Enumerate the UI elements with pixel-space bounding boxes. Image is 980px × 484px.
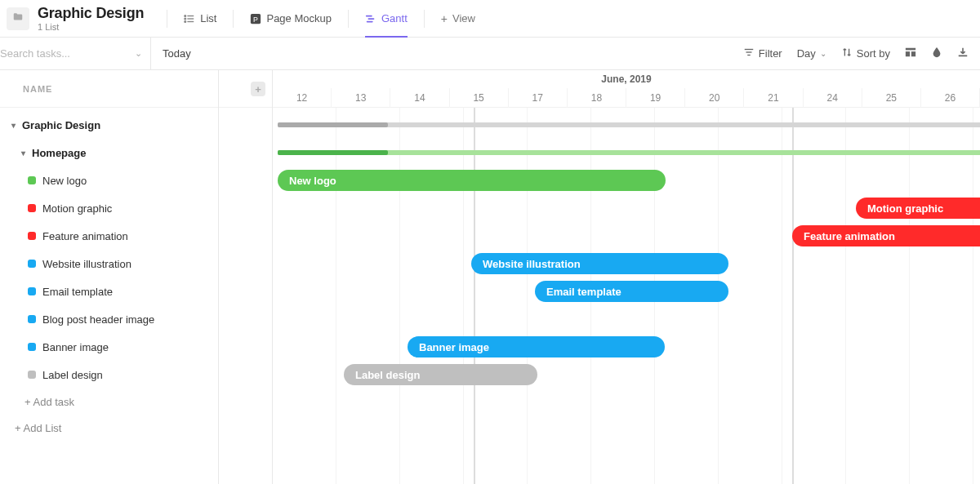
status-dot xyxy=(28,232,36,240)
day-header: 26 xyxy=(921,88,980,108)
chevron-down-icon[interactable]: ⌄ xyxy=(135,48,142,59)
separator xyxy=(167,10,167,28)
task-row[interactable]: Banner image xyxy=(0,333,218,361)
day-header: 12 xyxy=(273,88,332,108)
content: NAME ▾ Graphic Design ▾ Homepage New log… xyxy=(0,70,980,484)
task-name: Motion graphic xyxy=(42,202,112,215)
task-name: Feature animation xyxy=(42,230,128,242)
separator xyxy=(233,10,234,28)
folder-icon xyxy=(12,11,24,25)
day-header: 17 xyxy=(509,88,568,108)
task-row[interactable]: Website illustration xyxy=(0,250,218,278)
svg-point-5 xyxy=(185,20,186,22)
section-row[interactable]: ▾ Graphic Design xyxy=(0,111,218,139)
list-label: Homepage xyxy=(32,147,86,159)
svg-rect-16 xyxy=(911,51,915,56)
day-header: 13 xyxy=(332,88,390,108)
task-row[interactable]: Feature animation xyxy=(0,222,218,250)
sort-button[interactable]: Sort by xyxy=(841,47,890,60)
add-column-button[interactable]: + xyxy=(251,82,265,96)
svg-point-4 xyxy=(185,18,186,20)
svg-rect-9 xyxy=(368,18,374,20)
plus-icon: + xyxy=(255,83,261,95)
day-header: 14 xyxy=(390,88,449,108)
add-view-label: View xyxy=(452,12,475,24)
gantt-bar[interactable]: Email template xyxy=(535,281,728,302)
list-icon xyxy=(184,13,195,24)
task-name: Website illustration xyxy=(42,258,131,270)
month-label: June, 2019 xyxy=(273,70,980,88)
status-dot xyxy=(28,176,36,184)
filter-label: Filter xyxy=(759,47,782,60)
export-button[interactable] xyxy=(957,47,969,60)
gantt-bar[interactable]: New logo xyxy=(278,170,666,191)
day-header: 15 xyxy=(450,88,509,108)
summary-bar-section[interactable] xyxy=(278,122,980,127)
svg-rect-10 xyxy=(367,20,373,22)
sort-icon xyxy=(841,47,853,60)
gantt-bar[interactable]: Feature animation xyxy=(792,225,980,246)
separator xyxy=(424,10,425,28)
gantt-chart[interactable]: June, 2019 121314151718192021242526 New … xyxy=(273,70,980,484)
task-name: New logo xyxy=(42,175,87,187)
layout-icon xyxy=(905,47,916,60)
task-name: Blog post header image xyxy=(42,313,154,326)
task-row[interactable]: Blog post header image xyxy=(0,305,218,333)
folder-button[interactable] xyxy=(7,7,29,30)
plus-icon: + xyxy=(441,12,448,25)
task-row[interactable]: Motion graphic xyxy=(0,194,218,222)
task-name: Label design xyxy=(42,369,103,381)
day-header: 18 xyxy=(568,88,626,108)
status-dot xyxy=(28,371,36,379)
svg-rect-14 xyxy=(906,48,915,51)
color-button[interactable] xyxy=(931,47,942,60)
add-list-button[interactable]: + Add List xyxy=(0,415,218,441)
separator xyxy=(348,10,349,28)
sort-label: Sort by xyxy=(857,47,890,60)
add-view-button[interactable]: + View xyxy=(433,0,483,38)
gantt-bar[interactable]: Motion graphic xyxy=(856,198,980,219)
task-row[interactable]: New logo xyxy=(0,167,218,194)
status-dot xyxy=(28,204,36,212)
status-dot xyxy=(28,315,36,323)
section-label: Graphic Design xyxy=(22,119,100,131)
day-header: 20 xyxy=(685,88,744,108)
search-input[interactable] xyxy=(0,47,98,60)
filter-button[interactable]: Filter xyxy=(743,47,782,60)
chevron-down-icon: ⌄ xyxy=(820,49,826,58)
svg-rect-8 xyxy=(366,15,372,16)
search-wrap: ⌄ xyxy=(0,38,151,69)
layout-button[interactable] xyxy=(905,47,916,60)
svg-point-3 xyxy=(185,15,186,16)
view-tab-mockup[interactable]: P Page Mockup xyxy=(242,0,340,38)
day-header: 25 xyxy=(862,88,921,108)
svg-rect-15 xyxy=(906,51,910,56)
download-icon xyxy=(957,47,969,60)
gap-column: + xyxy=(219,70,273,484)
task-tree: ▾ Graphic Design ▾ Homepage New logoMoti… xyxy=(0,108,218,441)
gantt-bar[interactable]: Website illustration xyxy=(471,253,728,274)
page-icon: P xyxy=(250,13,261,24)
gantt-bar[interactable]: Label design xyxy=(344,364,537,385)
droplet-icon xyxy=(931,47,942,60)
add-task-button[interactable]: + Add task xyxy=(0,389,218,415)
list-row[interactable]: ▾ Homepage xyxy=(0,139,218,167)
day-header: 19 xyxy=(626,88,685,108)
caret-down-icon: ▾ xyxy=(11,121,16,130)
caret-down-icon: ▾ xyxy=(21,149,25,158)
task-row[interactable]: Email template xyxy=(0,278,218,305)
zoom-dropdown[interactable]: Day ⌄ xyxy=(797,47,826,60)
title-block: Graphic Design 1 List xyxy=(38,5,144,32)
view-tab-label: List xyxy=(200,12,216,24)
name-column-header: NAME xyxy=(0,70,218,108)
task-sidebar: NAME ▾ Graphic Design ▾ Homepage New log… xyxy=(0,70,219,484)
view-tab-label: Page Mockup xyxy=(266,12,332,24)
gantt-bar[interactable]: Banner image xyxy=(408,336,665,357)
task-row[interactable]: Label design xyxy=(0,361,218,389)
summary-bar-list[interactable] xyxy=(278,150,980,155)
day-header: 21 xyxy=(744,88,803,108)
view-tab-list[interactable]: List xyxy=(176,0,225,38)
today-button[interactable]: Today xyxy=(151,47,203,60)
view-tab-gantt[interactable]: Gantt xyxy=(357,0,416,38)
svg-text:P: P xyxy=(254,15,259,23)
